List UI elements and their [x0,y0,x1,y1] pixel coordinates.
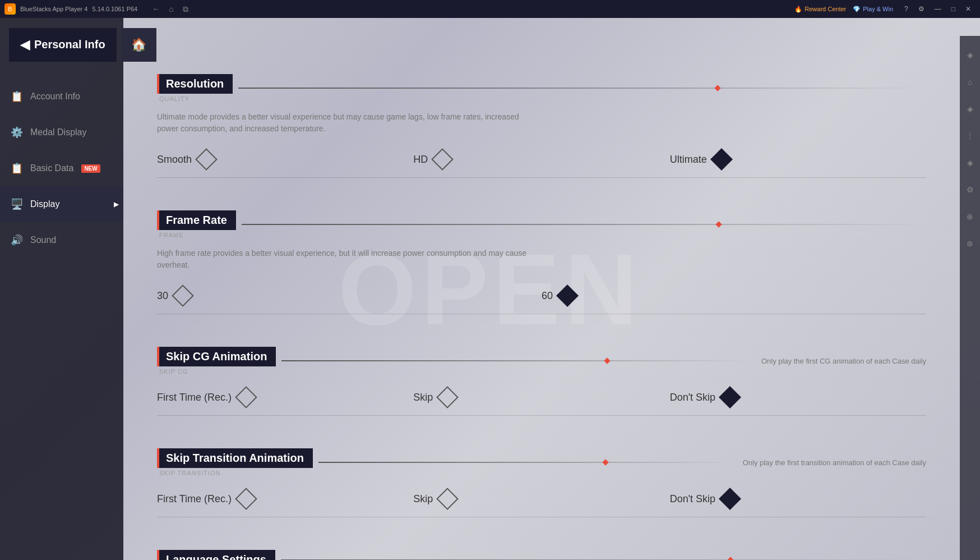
skip-cg-dont-skip-diamond[interactable] [719,386,741,408]
sidebar-item-account-info[interactable]: 📋 Account Info [0,79,123,114]
sidebar-item-sound[interactable]: 🔊 Sound [0,222,123,258]
right-icon-6[interactable]: ⚙ [962,182,978,198]
skip-transition-first-time-diamond[interactable] [235,488,257,510]
skip-transition-divider-line [318,462,732,463]
home-icon: 🏠 [131,38,146,52]
fps-30-option[interactable]: 30 [157,288,542,304]
display-icon: 🖥️ [9,196,25,212]
right-icon-7[interactable]: ⊕ [962,209,978,224]
skip-cg-section: Skip CG Animation SKIP CG Only play the … [157,347,926,432]
skip-cg-description-inline: Only play the first CG animation of each… [761,357,926,365]
skip-cg-options: First Time (Rec.) Skip Don't Skip [157,384,926,411]
language-title-box: Language Settings [157,550,275,560]
resolution-header: Resolution QUALITY [157,74,926,102]
skip-cg-skip-diamond[interactable] [437,386,459,408]
settings-button[interactable]: ⚙ [914,3,929,15]
frame-rate-title-box: Frame Rate [157,210,236,230]
titlebar-nav: ← ⌂ ⧉ [149,3,191,15]
resolution-hd-diamond[interactable] [432,148,454,171]
right-icon-8[interactable]: ⊛ [962,236,978,251]
help-button[interactable]: ? [900,3,913,15]
skip-transition-bottom-divider [157,517,926,517]
maximize-button[interactable]: □ [947,3,960,15]
skip-transition-dont-skip-option[interactable]: Don't Skip [670,491,926,507]
skip-transition-section: Skip Transition Animation SKIP TRANSITIO… [157,448,926,533]
play-win-button[interactable]: 💎 Play & Win [853,6,893,13]
right-icon-4[interactable]: ⋮ [962,128,978,144]
skip-transition-skip-diamond[interactable] [437,488,459,510]
app-title: BlueStacks App Player 4 [20,6,87,12]
resolution-divider-line [238,88,926,89]
sidebar-label-basic-data: Basic Data [30,163,73,173]
resolution-description: Ultimate mode provides a better visual e… [157,111,538,135]
right-icon-3[interactable]: ◈ [962,101,978,117]
resolution-ultimate-diamond[interactable] [710,148,733,171]
skip-transition-skip-option[interactable]: Skip [413,491,669,507]
resolution-ultimate-label: Ultimate [670,154,707,166]
medal-display-icon: ⚙️ [9,125,25,140]
resolution-smooth-option[interactable]: Smooth [157,152,413,167]
nav-restore-button[interactable]: ⧉ [179,3,192,15]
skip-cg-title-wrapper: Skip CG Animation SKIP CG [157,347,276,375]
skip-cg-dont-skip-label: Don't Skip [670,392,715,403]
sidebar-item-display[interactable]: 🖥️ Display [0,186,123,222]
resolution-title-box: Resolution [157,74,233,94]
skip-transition-title-box: Skip Transition Animation [157,448,313,468]
skip-cg-dont-skip-option[interactable]: Don't Skip [670,389,926,405]
sidebar: 📋 Account Info ⚙️ Medal Display 📋 Basic … [0,18,123,560]
header-bar: ◀ Personal Info 🏠 [0,18,980,71]
back-button[interactable]: ◀ Personal Info [9,28,117,62]
frame-rate-options: 30 60 [157,282,926,309]
resolution-section: Resolution QUALITY Ultimate mode provide… [157,74,926,194]
skip-cg-first-time-diamond[interactable] [235,386,257,408]
skip-transition-first-time-option[interactable]: First Time (Rec.) [157,491,413,507]
sidebar-label-display: Display [30,199,59,209]
skip-cg-first-time-option[interactable]: First Time (Rec.) [157,389,413,405]
skip-cg-skip-option[interactable]: Skip [413,389,669,405]
resolution-title: Resolution [166,77,224,90]
frame-rate-section: Frame Rate FRAME High frame rate provide… [157,210,926,330]
resolution-hd-label: HD [413,154,428,166]
reward-center-button[interactable]: 🔥 Reward Center [794,6,846,13]
sidebar-item-basic-data[interactable]: 📋 Basic Data NEW [0,150,123,186]
resolution-smooth-diamond[interactable] [195,148,218,171]
skip-transition-title: Skip Transition Animation [166,452,304,464]
sidebar-item-medal-display[interactable]: ⚙️ Medal Display [0,114,123,150]
frame-rate-description: High frame rate provides a better visual… [157,247,538,271]
skip-transition-title-wrapper: Skip Transition Animation SKIP TRANSITIO… [157,448,313,476]
minimize-button[interactable]: — [930,3,946,15]
nav-home-button[interactable]: ⌂ [165,3,177,15]
skip-transition-dont-skip-label: Don't Skip [670,493,715,505]
resolution-title-wrapper: Resolution QUALITY [157,74,233,102]
right-icon-5[interactable]: ◈ [962,155,978,171]
fps-30-label: 30 [157,290,168,302]
skip-transition-first-time-label: First Time (Rec.) [157,493,232,505]
close-button[interactable]: ✕ [961,3,976,15]
skip-cg-title-box: Skip CG Animation [157,347,276,366]
nav-back-button[interactable]: ← [149,3,163,15]
back-arrow-icon: ◀ [20,38,30,52]
fps-30-diamond[interactable] [172,284,194,307]
right-icon-2[interactable]: ⌂ [962,74,978,90]
fire-icon: 🔥 [794,6,802,13]
account-info-icon: 📋 [9,89,25,104]
play-win-label: Play & Win [863,6,893,12]
skip-transition-dont-skip-diamond[interactable] [719,488,741,510]
home-button[interactable]: 🏠 [121,28,156,62]
language-title-wrapper: Language Settings [157,550,275,560]
resolution-hd-option[interactable]: HD [413,152,669,167]
reward-center-label: Reward Center [805,6,846,12]
skip-transition-subtitle: SKIP TRANSITION [157,470,313,476]
frame-rate-header: Frame Rate FRAME [157,210,926,238]
language-section: Language Settings [157,550,926,560]
gem-icon: 💎 [853,6,861,13]
right-sidebar: ◈ ⌂ ◈ ⋮ ◈ ⚙ ⊕ ⊛ [960,36,980,560]
language-title: Language Settings [166,553,266,560]
fps-60-label: 60 [542,290,553,302]
fps-60-option[interactable]: 60 [542,288,926,304]
titlebar-right: 🔥 Reward Center 💎 Play & Win ? ⚙ — □ ✕ [794,3,976,15]
frame-rate-title: Frame Rate [166,214,227,226]
fps-60-diamond[interactable] [556,284,579,307]
skip-cg-skip-label: Skip [413,392,433,403]
resolution-ultimate-option[interactable]: Ultimate [670,152,926,167]
